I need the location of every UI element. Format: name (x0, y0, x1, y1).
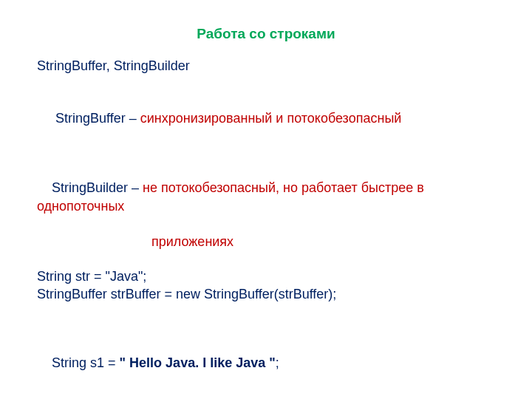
spacer (37, 319, 495, 335)
spacer (37, 303, 495, 319)
text-part: StringBuilder – (52, 180, 143, 195)
text-stringbuffer-desc: StringBuffer – синхронизированный и пото… (37, 91, 495, 145)
code-string-decl: String str = "Java"; (37, 267, 495, 285)
slide-title: Работа со строками (37, 26, 495, 42)
code-buffer-decl: StringBuffer strBuffer = new StringBuffe… (37, 285, 495, 303)
code-s1-decl: String s1 = " Hello Java. I like Java "; (37, 335, 495, 389)
spacer (37, 145, 495, 161)
text-part-red: синхронизированный и потокобезопасный (140, 111, 402, 126)
spacer (37, 75, 495, 91)
code-split: String[] words = s1.split("\\s|,|!|\\.")… (37, 389, 495, 399)
text-part: String s1 = (52, 355, 120, 370)
text-classes: StringBuffer, StringBuilder (37, 57, 495, 75)
spacer (37, 251, 495, 267)
slide-content: Работа со строками StringBuffer, StringB… (0, 0, 532, 399)
text-part: ; (276, 355, 279, 370)
text-stringbuilder-desc-2: приложениях (37, 233, 495, 250)
text-stringbuilder-desc: StringBuilder – не потокобезопасный, но … (37, 161, 495, 233)
text-part: StringBuffer – (52, 111, 140, 126)
text-literal: " Hello Java. I like Java " (120, 355, 276, 370)
